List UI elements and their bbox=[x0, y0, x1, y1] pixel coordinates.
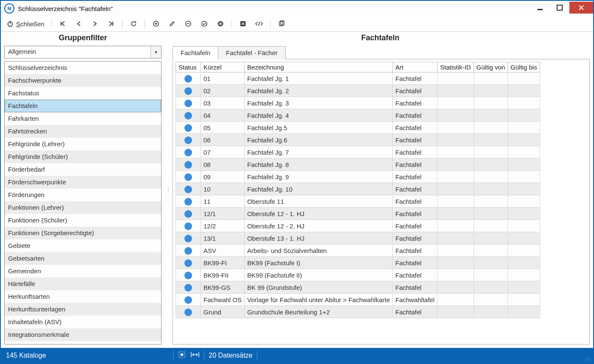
table-cell[interactable]: Fachwahl OS bbox=[201, 294, 245, 306]
table-cell[interactable]: ASV bbox=[201, 245, 245, 257]
table-row[interactable]: 09Fachtafel Jg. 9Fachtafel bbox=[176, 171, 540, 183]
list-item[interactable]: Schlüsselverzeichnis bbox=[5, 61, 161, 74]
table-cell[interactable]: BK99 (Fachstufe II) bbox=[245, 269, 393, 281]
table-row[interactable]: GrundGrundschule Beurteilung 1+2Fachtafe… bbox=[176, 306, 540, 318]
list-item[interactable]: Funktionen (Lehrer) bbox=[5, 201, 161, 214]
list-item[interactable]: Fehlgründe (Schüler) bbox=[5, 150, 161, 163]
list-item[interactable]: Fachtafeln bbox=[5, 100, 161, 112]
table-cell[interactable] bbox=[438, 158, 474, 171]
table-cell[interactable]: Fachtafel bbox=[393, 72, 438, 85]
table-cell[interactable]: Arbeits- und Sozialverhalten bbox=[245, 245, 393, 257]
table-cell[interactable] bbox=[508, 306, 540, 318]
list-item[interactable]: Inhaltetafeln (ASV) bbox=[5, 316, 161, 328]
copy-button[interactable] bbox=[274, 18, 289, 30]
table-cell[interactable]: Fachtafel Jg. 10 bbox=[245, 183, 393, 195]
list-item[interactable]: Gebiete bbox=[5, 239, 161, 252]
table-cell[interactable] bbox=[176, 72, 201, 85]
list-item[interactable]: Integrationsmerkmale bbox=[5, 328, 161, 341]
nav-last-button[interactable] bbox=[103, 18, 119, 30]
nav-prev-button[interactable] bbox=[71, 18, 86, 30]
table-cell[interactable] bbox=[438, 72, 474, 85]
table-cell[interactable] bbox=[474, 220, 508, 232]
table-cell[interactable] bbox=[508, 257, 540, 269]
table-cell[interactable] bbox=[508, 294, 540, 306]
table-cell[interactable]: 05 bbox=[201, 122, 245, 134]
table-cell[interactable]: 03 bbox=[201, 97, 245, 109]
list-item[interactable]: Fahrkarten bbox=[5, 112, 161, 125]
table-cell[interactable] bbox=[176, 294, 201, 306]
table-cell[interactable] bbox=[474, 281, 508, 294]
table-cell[interactable]: 06 bbox=[201, 134, 245, 146]
tab[interactable]: Fachtafeln bbox=[173, 46, 218, 59]
list-item[interactable]: Kammern bbox=[5, 341, 161, 344]
table-cell[interactable]: 01 bbox=[201, 72, 245, 85]
export-excel-button[interactable] bbox=[235, 18, 251, 30]
table-cell[interactable] bbox=[176, 269, 201, 281]
table-row[interactable]: Fachwahl OSVorlage für Fachwahl unter Ab… bbox=[176, 294, 540, 306]
table-cell[interactable] bbox=[508, 72, 540, 85]
table-cell[interactable] bbox=[508, 245, 540, 257]
table-cell[interactable] bbox=[176, 195, 201, 208]
table-row[interactable]: 01Fachtafel Jg. 1Fachtafel bbox=[176, 72, 540, 85]
table-cell[interactable]: Fachtafel bbox=[393, 122, 438, 134]
table-cell[interactable] bbox=[474, 146, 508, 158]
table-cell[interactable]: 07 bbox=[201, 146, 245, 158]
table-cell[interactable]: 12/1 bbox=[201, 208, 245, 220]
table-row[interactable]: 05Fachtafel Jg.5Fachtafel bbox=[176, 122, 540, 134]
table-cell[interactable]: Fachtafel bbox=[393, 220, 438, 232]
table-cell[interactable]: Vorlage für Fachwahl unter Abitur > Fach… bbox=[245, 294, 393, 306]
table-cell[interactable] bbox=[474, 158, 508, 171]
table-row[interactable]: ASVArbeits- und SozialverhaltenFachtafel bbox=[176, 245, 540, 257]
table-cell[interactable] bbox=[176, 134, 201, 146]
table-cell[interactable] bbox=[474, 85, 508, 97]
table-cell[interactable] bbox=[176, 245, 201, 257]
table-cell[interactable]: Grundschule Beurteilung 1+2 bbox=[245, 306, 393, 318]
table-cell[interactable] bbox=[176, 220, 201, 232]
table-cell[interactable] bbox=[438, 122, 474, 134]
table-cell[interactable] bbox=[508, 134, 540, 146]
table-cell[interactable] bbox=[438, 269, 474, 281]
cancel-button[interactable] bbox=[213, 18, 228, 30]
nav-first-button[interactable] bbox=[55, 18, 70, 30]
table-cell[interactable] bbox=[438, 109, 474, 122]
table-cell[interactable] bbox=[474, 171, 508, 183]
table-cell[interactable]: Fachtafel bbox=[393, 245, 438, 257]
table-cell[interactable]: Oberstufe 12 - 2. HJ bbox=[245, 220, 393, 232]
table-cell[interactable] bbox=[438, 306, 474, 318]
table-cell[interactable]: Fachtafel bbox=[393, 281, 438, 294]
list-item[interactable]: Herkunftsarten bbox=[5, 290, 161, 303]
table-row[interactable]: 10Fachtafel Jg. 10Fachtafel bbox=[176, 183, 540, 195]
table-cell[interactable] bbox=[474, 183, 508, 195]
table-cell[interactable] bbox=[176, 122, 201, 134]
select-all-icon[interactable] bbox=[178, 350, 186, 361]
table-cell[interactable] bbox=[176, 183, 201, 195]
table-cell[interactable]: Oberstufe 12 - 1. HJ bbox=[245, 208, 393, 220]
table-cell[interactable]: Oberstufe 13 - 1. HJ bbox=[245, 232, 393, 245]
table-cell[interactable]: Fachtafel bbox=[393, 306, 438, 318]
table-cell[interactable]: Fachtafel bbox=[393, 158, 438, 171]
table-cell[interactable] bbox=[508, 220, 540, 232]
table-cell[interactable] bbox=[176, 85, 201, 97]
table-cell[interactable] bbox=[508, 97, 540, 109]
table-cell[interactable] bbox=[176, 232, 201, 245]
table-cell[interactable]: Fachtafel Jg. 2 bbox=[245, 85, 393, 97]
table-cell[interactable]: 09 bbox=[201, 171, 245, 183]
table-row[interactable]: 07Fachtafel Jg. 7Fachtafel bbox=[176, 146, 540, 158]
table-cell[interactable] bbox=[176, 109, 201, 122]
table-cell[interactable]: 12/2 bbox=[201, 220, 245, 232]
list-item[interactable]: Förderschwerpunkte bbox=[5, 176, 161, 189]
table-cell[interactable]: BK99-FII bbox=[201, 269, 245, 281]
list-item[interactable]: Funktionen (Sorgeberechtigte) bbox=[5, 227, 161, 239]
table-cell[interactable] bbox=[508, 85, 540, 97]
table-cell[interactable]: Fachtafel bbox=[393, 109, 438, 122]
close-window-button[interactable] bbox=[569, 2, 593, 14]
table-cell[interactable] bbox=[176, 158, 201, 171]
table-cell[interactable]: Fachtafel Jg. 7 bbox=[245, 146, 393, 158]
table-row[interactable]: 03Fachtafel Jg. 3Fachtafel bbox=[176, 97, 540, 109]
list-item[interactable]: Fehlgründe (Lehrer) bbox=[5, 138, 161, 150]
table-cell[interactable]: Fachtafel Jg. 9 bbox=[245, 171, 393, 183]
table-cell[interactable] bbox=[474, 208, 508, 220]
fit-width-icon[interactable] bbox=[190, 350, 200, 361]
list-item[interactable]: Funktionen (Schüler) bbox=[5, 214, 161, 227]
table-row[interactable]: 06Fachtafel Jg.6Fachtafel bbox=[176, 134, 540, 146]
